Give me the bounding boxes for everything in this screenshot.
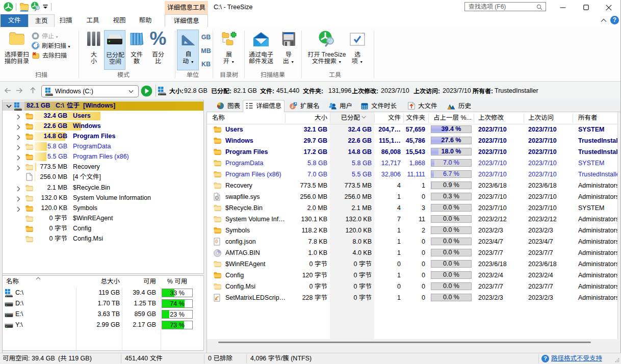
svg-text:{}: {} bbox=[215, 239, 218, 243]
